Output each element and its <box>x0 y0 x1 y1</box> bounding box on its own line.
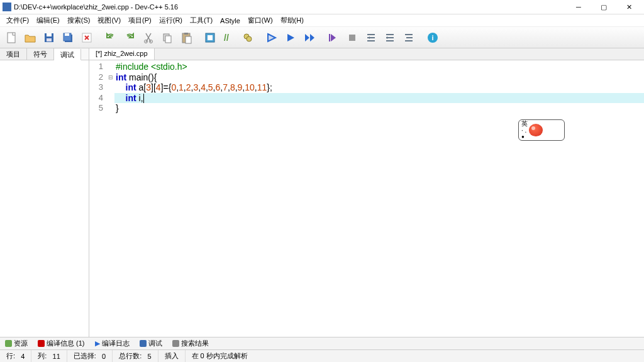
bottom-tab[interactable]: 编译信息 (1) <box>33 337 90 349</box>
svg-rect-16 <box>208 35 213 40</box>
menu-item[interactable]: 项目(P) <box>125 14 155 26</box>
open-file-button[interactable] <box>21 29 39 47</box>
window-title: D:\DEV-c++\workplace\zhiz_2wei.cpp - Dev… <box>14 3 566 11</box>
menu-item[interactable]: AStyle <box>216 16 244 26</box>
ime-mick: ● <box>521 134 528 140</box>
svg-point-19 <box>247 36 252 41</box>
close-button[interactable]: ✕ <box>616 0 641 14</box>
status-line: 行: 4 <box>0 350 31 362</box>
side-panel: 项目符号调试 <box>0 48 89 337</box>
step-over-button[interactable] <box>325 29 342 47</box>
side-tab[interactable]: 项目 <box>0 48 27 60</box>
side-tab[interactable]: 符号 <box>27 48 54 60</box>
toggle-comment-button[interactable]: // <box>220 29 238 47</box>
svg-rect-21 <box>349 35 355 41</box>
svg-rect-11 <box>165 36 171 43</box>
status-col: 列: 11 <box>31 350 67 362</box>
bottom-tab[interactable]: 资源 <box>0 337 33 349</box>
fold-gutter[interactable]: ⊟ <box>107 60 114 114</box>
status-total: 总行数: 5 <box>113 350 158 362</box>
svg-rect-3 <box>47 38 52 41</box>
svg-rect-2 <box>47 33 52 36</box>
line-gutter: 12345 <box>89 60 107 114</box>
svg-rect-13 <box>184 33 188 35</box>
side-tab[interactable]: 调试 <box>54 49 81 60</box>
svg-text://: // <box>224 33 229 43</box>
svg-rect-0 <box>8 33 15 43</box>
ime-lang: 英 <box>521 121 528 127</box>
bottom-tabs: 资源编译信息 (1)▶ 编译日志调试搜索结果 <box>0 337 644 349</box>
run-button[interactable] <box>282 29 299 47</box>
svg-rect-20 <box>329 34 330 41</box>
maximize-button[interactable]: ▢ <box>591 0 616 14</box>
menu-item[interactable]: 运行(R) <box>155 14 186 26</box>
compile-button[interactable] <box>263 29 280 47</box>
ime-heart-icon <box>529 124 543 136</box>
help-button[interactable]: i <box>424 29 441 47</box>
bottom-tab[interactable]: 调试 <box>135 337 167 349</box>
status-sel: 已选择: 0 <box>67 350 113 362</box>
new-file-button[interactable] <box>3 29 20 47</box>
find-button[interactable] <box>239 29 257 47</box>
code-content[interactable]: #include <stdio.h>int main(){ int a[3][4… <box>114 60 644 114</box>
paste-button[interactable] <box>177 29 195 47</box>
save-button[interactable] <box>40 29 58 47</box>
side-tabs: 项目符号调试 <box>0 48 89 60</box>
copy-button[interactable] <box>158 29 176 47</box>
svg-rect-14 <box>186 36 191 43</box>
file-tabs: [*] zhiz_2wei.cpp <box>89 48 644 60</box>
file-tab[interactable]: [*] zhiz_2wei.cpp <box>89 48 155 60</box>
code-editor[interactable]: 12345 ⊟ #include <stdio.h>int main(){ in… <box>89 60 644 337</box>
bottom-tab[interactable]: 搜索结果 <box>167 337 214 349</box>
menu-item[interactable]: 工具(T) <box>186 14 216 26</box>
menu-item[interactable]: 帮助(H) <box>277 14 308 26</box>
minimize-button[interactable]: ─ <box>566 0 591 14</box>
svg-text:i: i <box>431 34 433 41</box>
format-button[interactable] <box>400 29 418 47</box>
titlebar: D:\DEV-c++\workplace\zhiz_2wei.cpp - Dev… <box>0 0 644 14</box>
indent-button[interactable] <box>381 29 399 47</box>
app-icon <box>3 3 11 11</box>
status-bar: 行: 4 列: 11 已选择: 0 总行数: 5 插入 在 0 秒内完成解析 <box>0 349 644 362</box>
status-mode: 插入 <box>158 350 186 362</box>
stop-button[interactable] <box>343 29 361 47</box>
menu-item[interactable]: 搜索(S) <box>64 14 94 26</box>
svg-rect-6 <box>65 33 69 36</box>
bottom-tab[interactable]: ▶ 编译日志 <box>90 337 135 349</box>
editor-area: [*] zhiz_2wei.cpp 12345 ⊟ #include <stdi… <box>89 48 644 337</box>
menu-item[interactable]: 文件(F) <box>3 14 33 26</box>
ime-widget[interactable]: 英 · . ● <box>518 119 565 141</box>
cut-button[interactable] <box>140 29 157 47</box>
status-parse: 在 0 秒内完成解析 <box>186 350 644 362</box>
redo-button[interactable] <box>121 29 138 47</box>
save-all-button[interactable] <box>59 29 77 47</box>
menu-item[interactable]: 视图(V) <box>94 14 125 26</box>
toolbar: // i <box>0 27 644 48</box>
outdent-button[interactable] <box>362 29 380 47</box>
insert-button[interactable] <box>201 29 219 47</box>
menu-item[interactable]: 编辑(E) <box>33 14 64 26</box>
compile-run-button[interactable] <box>301 29 318 47</box>
side-content <box>0 60 89 337</box>
menubar: 文件(F)编辑(E)搜索(S)视图(V)项目(P)运行(R)工具(T)AStyl… <box>0 14 644 27</box>
ime-dots: · . <box>521 128 528 134</box>
close-file-button[interactable] <box>78 29 96 47</box>
undo-button[interactable] <box>102 29 119 47</box>
menu-item[interactable]: 窗口(W) <box>244 14 277 26</box>
